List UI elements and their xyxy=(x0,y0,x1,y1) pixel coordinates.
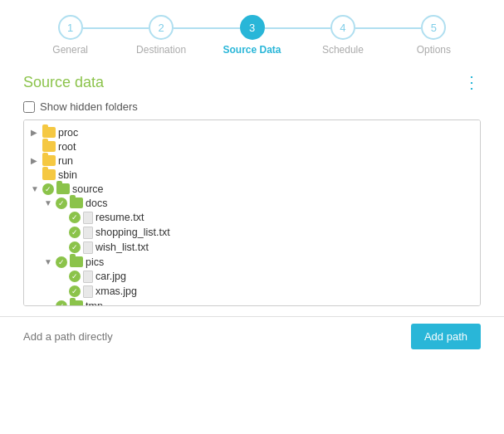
item-name-pics: pics xyxy=(86,256,104,268)
tree-item-wish[interactable]: ✓ wish_list.txt xyxy=(31,240,473,255)
item-name-xmas: xmas.jpg xyxy=(95,285,137,297)
item-name-resume: resume.txt xyxy=(95,212,144,223)
check-badge-shopping: ✓ xyxy=(69,227,81,238)
show-hidden-row: Show hidden folders xyxy=(23,100,481,113)
step-5-label: Options xyxy=(417,44,451,56)
step-4-label: Schedule xyxy=(322,44,364,56)
folder-icon-root xyxy=(42,141,56,152)
item-name-run: run xyxy=(58,155,73,167)
tree-item-proc[interactable]: proc xyxy=(31,125,473,139)
step-3[interactable]: 3 Source Data xyxy=(207,15,297,56)
folder-icon-docs xyxy=(70,197,83,208)
tree-item-resume[interactable]: ✓ resume.txt xyxy=(31,210,473,225)
check-badge-pics: ✓ xyxy=(56,256,67,268)
tree-item-source[interactable]: ✓ source xyxy=(31,182,473,196)
step-4[interactable]: 4 Schedule xyxy=(297,15,388,56)
step-3-circle: 3 xyxy=(240,15,265,40)
path-input[interactable] xyxy=(23,330,404,343)
folder-icon-pics xyxy=(70,256,83,267)
tree-item-root[interactable]: root xyxy=(31,139,473,154)
item-name-shopping: shopping_list.txt xyxy=(95,227,170,238)
tree-item-run[interactable]: run xyxy=(31,154,473,168)
add-path-button[interactable]: Add path xyxy=(411,324,481,349)
step-2[interactable]: 2 Destination xyxy=(115,15,206,56)
step-4-circle: 4 xyxy=(330,15,355,40)
show-hidden-checkbox[interactable] xyxy=(23,101,35,113)
file-icon-resume xyxy=(83,212,93,224)
show-hidden-label[interactable]: Show hidden folders xyxy=(40,100,138,113)
item-name-wish: wish_list.txt xyxy=(95,241,149,253)
check-badge-car: ✓ xyxy=(69,271,81,282)
arrow-docs xyxy=(44,198,56,207)
arrow-run xyxy=(31,156,42,165)
tree-item-xmas[interactable]: ✓ xmas.jpg xyxy=(31,284,473,299)
arrow-proc xyxy=(31,128,42,137)
step-5[interactable]: 5 Options xyxy=(389,15,479,56)
file-icon-car xyxy=(83,271,93,283)
tree-item-docs[interactable]: ✓ docs xyxy=(31,196,473,210)
folder-icon-source xyxy=(56,183,70,194)
file-icon-wish xyxy=(83,241,93,254)
check-badge-xmas: ✓ xyxy=(69,285,81,297)
item-name-sbin: sbin xyxy=(58,169,77,181)
folder-icon-tmp xyxy=(70,300,83,306)
file-icon-shopping xyxy=(83,227,93,239)
item-name-root: root xyxy=(58,141,76,153)
stepper: 1 General 2 Destination 3 Source Data 4 … xyxy=(0,0,504,64)
step-1-label: General xyxy=(52,44,88,56)
check-badge-source: ✓ xyxy=(42,183,54,195)
more-options-icon[interactable]: ⋮ xyxy=(463,72,481,92)
tree-item-pics[interactable]: ✓ pics xyxy=(31,255,473,269)
folder-icon-sbin xyxy=(42,169,56,180)
main-content: Source data ⋮ Show hidden folders proc r… xyxy=(0,64,504,306)
step-1[interactable]: 1 General xyxy=(25,15,115,56)
tree-item-car[interactable]: ✓ car.jpg xyxy=(31,269,473,284)
file-icon-xmas xyxy=(83,285,93,298)
section-title: Source data xyxy=(23,74,104,91)
step-2-circle: 2 xyxy=(149,15,174,40)
item-name-proc: proc xyxy=(58,127,78,139)
tree-item-sbin[interactable]: sbin xyxy=(31,168,473,182)
tree-item-shopping[interactable]: ✓ shopping_list.txt xyxy=(31,225,473,240)
item-name-car: car.jpg xyxy=(95,271,126,282)
arrow-source xyxy=(31,184,42,193)
check-badge-tmp: ✓ xyxy=(56,300,67,307)
step-1-circle: 1 xyxy=(58,15,83,40)
file-tree[interactable]: proc root run sbin ✓ source xyxy=(23,119,481,306)
item-name-docs: docs xyxy=(86,197,107,209)
step-2-label: Destination xyxy=(136,44,186,56)
folder-icon-run xyxy=(42,155,56,166)
step-3-label: Source Data xyxy=(223,44,281,56)
check-badge-resume: ✓ xyxy=(69,212,81,223)
tree-item-tmp[interactable]: ✓ tmp xyxy=(31,299,473,306)
bottom-bar: Add path xyxy=(0,316,504,356)
item-name-tmp: tmp xyxy=(86,300,103,307)
step-5-circle: 5 xyxy=(421,15,446,40)
check-badge-wish: ✓ xyxy=(69,241,81,253)
section-header: Source data ⋮ xyxy=(23,72,481,92)
folder-icon-proc xyxy=(42,127,56,138)
arrow-pics xyxy=(44,257,56,266)
check-badge-docs: ✓ xyxy=(56,197,67,209)
item-name-source: source xyxy=(72,183,104,195)
